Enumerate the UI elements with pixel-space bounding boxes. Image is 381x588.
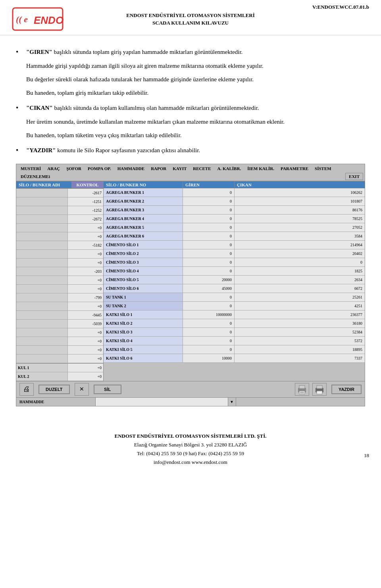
printer-icon (296, 384, 308, 395)
right-row-12: SU TANK 1 0 25261 (104, 293, 365, 302)
menu-hammadde[interactable]: HAMMADDE (115, 165, 147, 172)
left-row-kontrol-8: +0 (68, 259, 103, 267)
left-row-18: +0 (16, 346, 103, 354)
right-row-giren-6: 0 (183, 241, 235, 249)
menu-exit[interactable]: EXIT (345, 173, 363, 180)
menu-akalibr[interactable]: A. KALİBR. (215, 165, 244, 172)
kul2-row: KUL 2 +0 (16, 372, 103, 381)
left-row-name-10 (16, 276, 68, 284)
right-row-cikan-19: 7337 (235, 354, 365, 362)
status-right (236, 398, 365, 406)
right-row-15: KATKI SİLO 2 0 36180 (104, 319, 365, 328)
menu-iemkalir[interactable]: İIEM KALİR. (244, 165, 277, 172)
right-row-silo-6: CİMENTO SİLO 1 (104, 241, 183, 249)
left-rows: -2617 -1251 -1252 -2672 +0 +0 -5182 +0 +… (16, 189, 103, 363)
bold-word-giren: "GIREN" (26, 49, 52, 55)
right-row-cikan-0: 106262 (235, 188, 365, 197)
right-row-silo-8: CİMENTO SİLO 3 (104, 258, 183, 266)
right-row-silo-17: KATKI SİLO 4 (104, 337, 183, 345)
left-row-kontrol-14: -9445 (68, 311, 103, 319)
right-row-cikan-12: 25261 (235, 293, 365, 301)
page-footer: ENDOST ENDÜSTRİYEL OTOMASYON SİSTEMLERİ … (0, 422, 381, 471)
left-row-kontrol-7: +0 (68, 250, 103, 258)
right-row-cikan-4: 27052 (235, 223, 365, 232)
right-row-cikan-18: 18895 (235, 345, 365, 354)
svg-text:ENDOST: ENDOST (34, 14, 64, 26)
close-icon[interactable]: ✕ (75, 383, 89, 396)
right-row-giren-19: 10000 (183, 354, 235, 362)
right-row-11: CİMENTO SİLO 6 45000 6672 (104, 284, 365, 293)
menu-musteri[interactable]: MUSTERİ (18, 165, 44, 172)
right-headers: SİLO / BUNKER NO GİREN ÇIKAN (104, 182, 365, 188)
sil-button[interactable]: SİL (94, 385, 121, 394)
bullet-item-1: • "GIREN" başlıklı sütunda toplam giriş … (16, 47, 365, 57)
bullet-text-1: "GIREN" başlıklı sütunda toplam giriş ya… (26, 47, 242, 57)
left-row-kontrol-5: +0 (68, 232, 103, 241)
left-row-9: -203 (16, 267, 103, 276)
status-dropdown[interactable] (96, 398, 228, 406)
left-row-kontrol-10: +0 (68, 276, 103, 284)
right-row-17: KATKI SİLO 4 0 5372 (104, 337, 365, 345)
cikan-header: ÇIKAN (235, 182, 365, 188)
ui-section: MUSTERİ ARAÇ ŞOFOR POMPA OP. HAMMADDE RA… (16, 164, 365, 406)
right-row-silo-4: AGREGA BUNKER 5 (104, 223, 183, 232)
dropdown-arrow[interactable]: ▼ (228, 398, 236, 406)
menu-recete[interactable]: RECETE (190, 165, 214, 172)
menu-kayit[interactable]: KAYIT (170, 165, 189, 172)
footer-line1: ENDOST ENDÜSTRİYEL OTOMASYON SİSTEMLERİ … (8, 432, 373, 441)
right-row-giren-2: 0 (183, 206, 235, 214)
left-row-2: -1252 (16, 206, 103, 215)
left-row-name-5 (16, 232, 68, 241)
right-row-silo-9: CİMENTO SİLO 4 (104, 267, 183, 275)
silo-bunker-header: SİLO / BUNKER ADI (16, 182, 71, 188)
menu-pompa[interactable]: POMPA OP. (85, 165, 114, 172)
bottom-bar: 🖨 DUZELT ✕ SİL (16, 381, 365, 398)
menu-parametre[interactable]: PARAMETRE (278, 165, 311, 172)
right-row-silo-18: KATKI SİLO 5 (104, 345, 183, 354)
left-row-kontrol-19: +0 (68, 354, 103, 363)
svg-rect-10 (317, 391, 322, 394)
yazdir-area: YAZDIR (295, 383, 362, 396)
para-7: Bu haneden, toplam tüketim veya çıkış mi… (26, 132, 182, 138)
right-row-cikan-16: 52384 (235, 328, 365, 336)
right-row-cikan-13: 4251 (235, 302, 365, 310)
menu-sofor[interactable]: ŞOFOR (64, 165, 84, 172)
menu-sistem[interactable]: SİSTEM (312, 165, 334, 172)
left-row-name-6 (16, 241, 68, 249)
svg-text:(( e: (( e (16, 14, 28, 24)
yazdir-button[interactable]: YAZDIR (331, 385, 362, 394)
right-row-silo-10: CİMENTO SİLO 5 (104, 276, 183, 284)
right-row-16: KATKI SİLO 3 0 52384 (104, 328, 365, 337)
left-row-name-3 (16, 215, 68, 223)
left-row-kontrol-13: +0 (68, 302, 103, 310)
left-row-name-1 (16, 197, 68, 206)
duzelt-button[interactable]: DUZELT (38, 385, 70, 394)
left-row-11: +0 (16, 285, 103, 293)
left-row-kontrol-1: -1251 (68, 197, 103, 206)
right-row-cikan-9: 1825 (235, 267, 365, 275)
kul1-val: +0 (68, 364, 103, 372)
right-row-13: SU TANK 2 0 4251 (104, 302, 365, 310)
printer-small-icon[interactable]: 🖨 (19, 383, 34, 396)
right-row-2: AGREGA BUNKER 3 0 86176 (104, 206, 365, 215)
menu-rapor[interactable]: RAPOR (148, 165, 169, 172)
right-row-giren-7: 0 (183, 249, 235, 258)
right-row-silo-7: CİMENTO SİLO 2 (104, 249, 183, 258)
left-row-name-19 (16, 354, 68, 363)
svg-rect-7 (300, 393, 304, 393)
left-row-19: +0 (16, 354, 103, 363)
right-row-cikan-11: 6672 (235, 284, 365, 293)
left-row-7: +0 (16, 250, 103, 259)
menu-arac[interactable]: ARAÇ (44, 165, 63, 172)
status-label: HAMMADDE (16, 398, 96, 406)
left-row-name-12 (16, 293, 68, 302)
footer-line2: Elazığ Organize Sanayi Bölgesi 3. yol 23… (8, 441, 373, 449)
right-row-18: KATKI SİLO 5 0 18895 (104, 345, 365, 354)
left-row-0: -2617 (16, 189, 103, 197)
bullet-dot-1: • (16, 47, 23, 57)
menu-duzenleme[interactable]: DÜZENLEMEi (18, 173, 53, 180)
bullet-dot-8: • (16, 146, 23, 155)
svg-rect-5 (299, 391, 305, 394)
footer-line4: info@endost.com www.endost.com (8, 458, 373, 467)
left-row-name-13 (16, 302, 68, 310)
